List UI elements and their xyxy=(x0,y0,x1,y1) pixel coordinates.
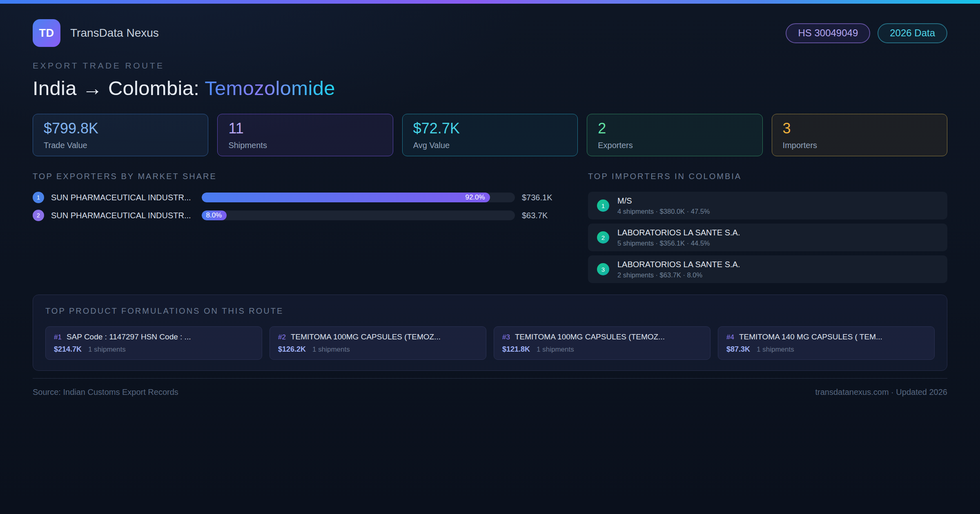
rank-badge: 1 xyxy=(33,192,44,203)
exporter-row: 2 SUN PHARMACEUTICAL INDUSTR... 8.0% $63… xyxy=(33,210,563,221)
product-name: SAP Code : 1147297 HSN Code : ... xyxy=(67,332,191,341)
product-value: $126.2K xyxy=(278,345,306,354)
stat-label: Avg Value xyxy=(413,141,567,150)
product-card[interactable]: #3 TEMITOMA 100MG CAPSULES (TEMOZ... $12… xyxy=(494,326,710,360)
columns: TOP EXPORTERS BY MARKET SHARE 1 SUN PHAR… xyxy=(33,172,947,287)
stat-value: 3 xyxy=(783,120,936,137)
importers-heading: TOP IMPORTERS IN COLOMBIA xyxy=(588,172,947,181)
brand-name: TransData Nexus xyxy=(70,27,159,40)
product-shipments: 1 shipments xyxy=(537,346,574,354)
page-container: TD TransData Nexus HS 30049049 2026 Data… xyxy=(0,4,980,397)
year-data-badge[interactable]: 2026 Data xyxy=(878,23,947,43)
importer-list-item[interactable]: 2 LABORATORIOS LA SANTE S.A. 5 shipments… xyxy=(588,224,947,251)
rank-badge: 2 xyxy=(33,210,44,221)
product-title-row: #3 TEMITOMA 100MG CAPSULES (TEMOZ... xyxy=(502,332,702,341)
title-product: Temozolomide xyxy=(205,77,335,99)
rank-badge: 1 xyxy=(597,199,609,212)
stat-card-shipments: 11 Shipments xyxy=(217,114,393,156)
product-title-row: #1 SAP Code : 1147297 HSN Code : ... xyxy=(54,332,254,341)
product-card[interactable]: #1 SAP Code : 1147297 HSN Code : ... $21… xyxy=(45,326,262,360)
product-value: $87.3K xyxy=(726,345,750,354)
product-card[interactable]: #2 TEMITOMA 100MG CAPSULES (TEMOZ... $12… xyxy=(270,326,486,360)
product-name: TEMITOMA 140 MG CAPSULES ( TEM... xyxy=(739,332,882,341)
product-card[interactable]: #4 TEMITOMA 140 MG CAPSULES ( TEM... $87… xyxy=(718,326,935,360)
importer-info: LABORATORIOS LA SANTE S.A. 5 shipments ·… xyxy=(617,228,740,247)
product-meta-row: $121.8K 1 shipments xyxy=(502,345,702,354)
exporters-section: TOP EXPORTERS BY MARKET SHARE 1 SUN PHAR… xyxy=(33,172,563,228)
exporter-name: SUN PHARMACEUTICAL INDUSTR... xyxy=(51,211,195,220)
title-route: India → Colombia: xyxy=(33,77,205,99)
product-value: $214.7K xyxy=(54,345,82,354)
product-title-row: #2 TEMITOMA 100MG CAPSULES (TEMOZ... xyxy=(278,332,478,341)
products-heading: TOP PRODUCT FORMULATIONS ON THIS ROUTE xyxy=(45,306,935,316)
product-meta-row: $126.2K 1 shipments xyxy=(278,345,478,354)
products-panel: TOP PRODUCT FORMULATIONS ON THIS ROUTE #… xyxy=(33,295,947,371)
footer-site: transdatanexus.com · Updated 2026 xyxy=(815,388,947,397)
stat-value: $799.8K xyxy=(44,120,197,137)
importer-details: 4 shipments · $380.0K · 47.5% xyxy=(617,208,710,215)
product-title-row: #4 TEMITOMA 140 MG CAPSULES ( TEM... xyxy=(726,332,926,341)
market-share-bar: 8.0% xyxy=(202,210,227,220)
importer-list-item[interactable]: 1 M/S 4 shipments · $380.0K · 47.5% xyxy=(588,192,947,219)
products-grid: #1 SAP Code : 1147297 HSN Code : ... $21… xyxy=(45,326,935,360)
product-rank: #2 xyxy=(278,333,286,341)
product-shipments: 1 shipments xyxy=(757,346,794,354)
exporter-value: $736.1K xyxy=(522,193,563,202)
importer-name: LABORATORIOS LA SANTE S.A. xyxy=(617,260,740,269)
stat-card-exporters: 2 Exporters xyxy=(587,114,762,156)
product-shipments: 1 shipments xyxy=(312,346,350,354)
product-meta-row: $87.3K 1 shipments xyxy=(726,345,926,354)
stat-card-importers: 3 Importers xyxy=(772,114,947,156)
importers-section: TOP IMPORTERS IN COLOMBIA 1 M/S 4 shipme… xyxy=(588,172,947,287)
hs-code-badge[interactable]: HS 30049049 xyxy=(786,23,870,43)
stat-value: 11 xyxy=(228,120,382,137)
stat-value: 2 xyxy=(598,120,751,137)
exporter-row: 1 SUN PHARMACEUTICAL INDUSTR... 92.0% $7… xyxy=(33,192,563,203)
importer-info: LABORATORIOS LA SANTE S.A. 2 shipments ·… xyxy=(617,260,740,279)
header: TD TransData Nexus HS 30049049 2026 Data xyxy=(33,19,947,47)
product-rank: #3 xyxy=(502,333,510,341)
top-accent-bar xyxy=(0,0,980,4)
rank-badge: 3 xyxy=(597,263,609,275)
importer-details: 2 shipments · $63.7K · 8.0% xyxy=(617,271,740,279)
header-badges: HS 30049049 2026 Data xyxy=(786,23,947,43)
stat-card-trade-value: $799.8K Trade Value xyxy=(33,114,208,156)
exporter-name: SUN PHARMACEUTICAL INDUSTR... xyxy=(51,193,195,202)
stat-label: Importers xyxy=(783,141,936,150)
product-value: $121.8K xyxy=(502,345,530,354)
eyebrow-label: EXPORT TRADE ROUTE xyxy=(33,61,947,71)
market-share-bar-track: 8.0% xyxy=(202,210,515,220)
importer-info: M/S 4 shipments · $380.0K · 47.5% xyxy=(617,196,710,215)
brand: TD TransData Nexus xyxy=(33,19,159,47)
footer: Source: Indian Customs Export Records tr… xyxy=(33,378,947,397)
app-logo: TD xyxy=(33,19,60,47)
stat-label: Exporters xyxy=(598,141,751,150)
page-title: India → Colombia: Temozolomide xyxy=(33,77,947,100)
exporters-heading: TOP EXPORTERS BY MARKET SHARE xyxy=(33,172,563,181)
market-share-bar-track: 92.0% xyxy=(202,193,515,202)
product-rank: #1 xyxy=(54,333,62,341)
product-name: TEMITOMA 100MG CAPSULES (TEMOZ... xyxy=(291,332,441,341)
stat-card-avg-value: $72.7K Avg Value xyxy=(402,114,578,156)
stat-value: $72.7K xyxy=(413,120,567,137)
stat-label: Shipments xyxy=(228,141,382,150)
footer-source: Source: Indian Customs Export Records xyxy=(33,388,178,397)
importer-name: M/S xyxy=(617,196,710,206)
rank-badge: 2 xyxy=(597,231,609,244)
stat-label: Trade Value xyxy=(44,141,197,150)
importer-list-item[interactable]: 3 LABORATORIOS LA SANTE S.A. 2 shipments… xyxy=(588,255,947,283)
product-meta-row: $214.7K 1 shipments xyxy=(54,345,254,354)
product-rank: #4 xyxy=(726,333,734,341)
stat-cards: $799.8K Trade Value 11 Shipments $72.7K … xyxy=(33,114,947,156)
product-name: TEMITOMA 100MG CAPSULES (TEMOZ... xyxy=(515,332,665,341)
importer-name: LABORATORIOS LA SANTE S.A. xyxy=(617,228,740,237)
market-share-bar: 92.0% xyxy=(202,193,490,202)
importer-details: 5 shipments · $356.1K · 44.5% xyxy=(617,239,740,247)
exporter-value: $63.7K xyxy=(522,211,563,220)
product-shipments: 1 shipments xyxy=(88,346,126,354)
